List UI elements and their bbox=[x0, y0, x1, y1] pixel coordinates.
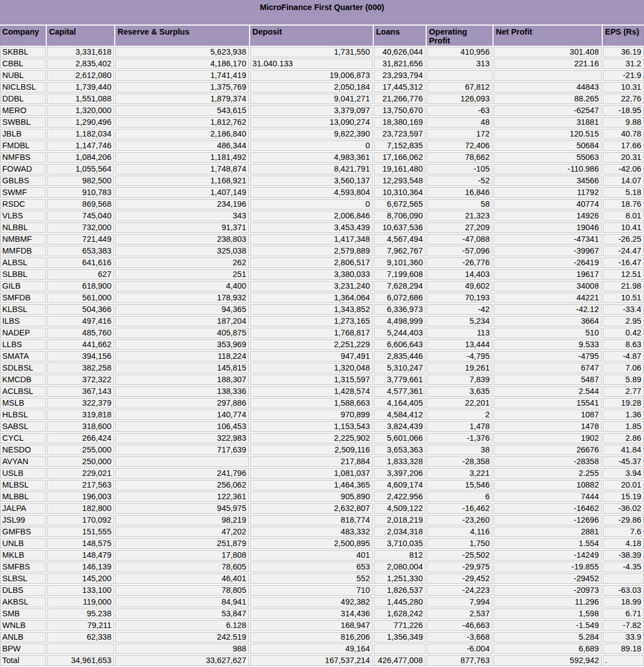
value-cell: 2,509,116 bbox=[250, 445, 373, 455]
value-cell: 7.6 bbox=[603, 527, 644, 537]
value-cell: 126,093 bbox=[427, 94, 492, 104]
value-cell: 3,331,618 bbox=[47, 47, 114, 57]
value-cell: 6,689 bbox=[494, 644, 602, 654]
value-cell: 33.9 bbox=[603, 632, 644, 642]
value-cell: 1,181,492 bbox=[115, 152, 249, 163]
value-cell: 592,942 bbox=[494, 655, 602, 666]
value-cell: 3.94 bbox=[603, 468, 644, 479]
value-cell: 21,266,776 bbox=[374, 94, 426, 104]
value-cell: -3,668 bbox=[427, 632, 492, 642]
company-cell: MMFDB bbox=[0, 246, 46, 256]
value-cell: 4,577,361 bbox=[374, 386, 426, 397]
column-header-loans: Loans bbox=[374, 26, 426, 46]
value-cell: 7,994 bbox=[427, 597, 492, 607]
value-cell: 717,639 bbox=[115, 445, 249, 455]
value-cell: 1,464,365 bbox=[250, 480, 373, 490]
value-cell: 242.519 bbox=[115, 632, 249, 642]
value-cell: 297,886 bbox=[115, 398, 249, 408]
value-cell: 504,366 bbox=[47, 304, 114, 315]
value-cell: 710 bbox=[250, 585, 373, 596]
company-cell: CBBL bbox=[0, 59, 46, 69]
company-cell: NUBL bbox=[0, 70, 46, 81]
company-cell: SWMF bbox=[0, 187, 46, 198]
value-cell: 12,293,548 bbox=[374, 176, 426, 186]
value-cell bbox=[47, 644, 114, 654]
company-cell: BPW bbox=[0, 644, 46, 654]
table-row: SKBBL3,331,6185,623,9381,731,55040,626,0… bbox=[0, 47, 644, 57]
table-row: LLBS441,662353,9692,251,2296,606,64313,4… bbox=[0, 339, 644, 350]
value-cell: 314,436 bbox=[250, 608, 373, 619]
value-cell: 0 bbox=[250, 199, 373, 210]
value-cell: -45.37 bbox=[603, 456, 644, 467]
value-cell: 251 bbox=[115, 269, 249, 280]
value-cell: 1,273,165 bbox=[250, 316, 373, 327]
value-cell: 34008 bbox=[494, 281, 602, 291]
title-row: MicroFinance First Quarter (000) bbox=[0, 0, 644, 25]
microfinance-table: MicroFinance First Quarter (000) Company… bbox=[0, 0, 644, 667]
value-cell: 178,932 bbox=[115, 293, 249, 303]
value-cell: 6.71 bbox=[603, 608, 644, 619]
value-cell: 1,748,874 bbox=[115, 164, 249, 174]
value-cell: 40.78 bbox=[603, 129, 644, 139]
value-cell: 2,034,318 bbox=[374, 527, 426, 537]
value-cell: 2,632,807 bbox=[250, 503, 373, 514]
value-cell: 483,332 bbox=[250, 527, 373, 537]
value-cell: -1.549 bbox=[494, 620, 602, 631]
value-cell: 3,653,363 bbox=[374, 445, 426, 455]
value-cell: 19046 bbox=[494, 222, 602, 233]
value-cell: 31.2 bbox=[603, 59, 644, 69]
column-header-operating-profit: Operating Profit bbox=[427, 26, 492, 46]
table-row: RSDC869,568234,19606,672,565584077418.76 bbox=[0, 199, 644, 210]
value-cell: 816,206 bbox=[250, 632, 373, 642]
table-row: MLBSL217,563256,0621,464,3654,609,17415,… bbox=[0, 480, 644, 490]
table-row: MMFDB653,383325,0382,579,8897,962,767-57… bbox=[0, 246, 644, 256]
value-cell: 2,422,956 bbox=[374, 491, 426, 502]
value-cell: 5,601,066 bbox=[374, 433, 426, 444]
value-cell: 250,000 bbox=[47, 456, 114, 467]
company-cell: JBLB bbox=[0, 129, 46, 139]
value-cell: -42.12 bbox=[494, 304, 602, 315]
company-cell: NLBBL bbox=[0, 222, 46, 233]
value-cell: 19,261 bbox=[427, 363, 492, 373]
value-cell: 1,182,034 bbox=[47, 129, 114, 139]
value-cell: 1,445,280 bbox=[374, 597, 426, 607]
value-cell: 255,000 bbox=[47, 445, 114, 455]
value-cell: -57,096 bbox=[427, 246, 492, 256]
value-cell: -26419 bbox=[494, 257, 602, 268]
table-row: BPW98849,164-6.0046,68989.18 bbox=[0, 644, 644, 654]
value-cell: 14,403 bbox=[427, 269, 492, 280]
value-cell: 9,822,390 bbox=[250, 129, 373, 139]
table-row: NLBBL732,00091,3713,453,43910,637,53627,… bbox=[0, 222, 644, 233]
company-cell: MERO bbox=[0, 105, 46, 116]
value-cell: 2,806,517 bbox=[250, 257, 373, 268]
company-cell: FMDBL bbox=[0, 140, 46, 151]
total-row: Total34,961,65333,627,627167,537,214426,… bbox=[0, 655, 644, 666]
value-cell: -18.95 bbox=[603, 105, 644, 116]
company-cell: SABSL bbox=[0, 421, 46, 432]
value-cell: 1,168,921 bbox=[115, 176, 249, 186]
value-cell: 510 bbox=[494, 328, 602, 338]
value-cell: 120.515 bbox=[494, 129, 602, 139]
value-cell: 17.66 bbox=[603, 140, 644, 151]
company-cell: HLBSL bbox=[0, 410, 46, 420]
value-cell: -4.87 bbox=[603, 351, 644, 362]
company-cell: VLBS bbox=[0, 211, 46, 221]
column-header-company: Company bbox=[0, 26, 46, 46]
table-row: NADEP485,760405,8751,768,8175,244,403113… bbox=[0, 328, 644, 338]
value-cell: 492,382 bbox=[250, 597, 373, 607]
value-cell: -39967 bbox=[494, 246, 602, 256]
table-row: SLBSL145,20046,4015521,251,330-29,452-29… bbox=[0, 573, 644, 584]
value-cell: 1,320,000 bbox=[47, 105, 114, 116]
value-cell: 426,477,008 bbox=[374, 655, 426, 666]
value-cell: 1,417,348 bbox=[250, 234, 373, 245]
value-cell: 1.85 bbox=[603, 421, 644, 432]
value-cell: 34,961,653 bbox=[47, 655, 114, 666]
value-cell: 486,344 bbox=[115, 140, 249, 151]
value-cell: 7,199,608 bbox=[374, 269, 426, 280]
value-cell: -25,502 bbox=[427, 550, 492, 561]
value-cell: 2,018,219 bbox=[374, 515, 426, 525]
value-cell: 4,164,405 bbox=[374, 398, 426, 408]
value-cell: 53,847 bbox=[115, 608, 249, 619]
value-cell: -63.03 bbox=[603, 585, 644, 596]
value-cell: -28,358 bbox=[427, 456, 492, 467]
